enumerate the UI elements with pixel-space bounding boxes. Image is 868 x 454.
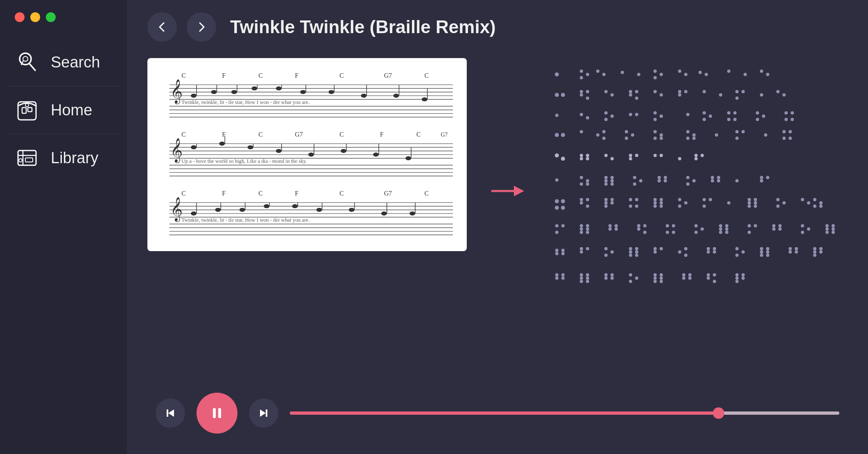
- svg-point-226: [586, 157, 589, 160]
- svg-point-393: [789, 247, 792, 250]
- svg-point-354: [825, 227, 829, 231]
- svg-point-172: [610, 115, 614, 118]
- svg-text:G7: G7: [295, 131, 303, 138]
- sidebar-item-library[interactable]: Library: [8, 134, 119, 182]
- next-button[interactable]: [249, 398, 278, 428]
- svg-point-156: [660, 93, 663, 97]
- svg-point-274: [586, 205, 589, 208]
- svg-point-125: [580, 70, 583, 73]
- svg-point-375: [660, 247, 663, 250]
- svg-point-315: [580, 224, 583, 227]
- svg-point-213: [735, 130, 739, 133]
- minimize-button[interactable]: [30, 12, 40, 22]
- svg-point-166: [776, 90, 780, 93]
- svg-point-77: [373, 153, 379, 157]
- svg-rect-443: [266, 409, 267, 417]
- svg-point-301: [748, 205, 751, 208]
- svg-point-353: [832, 224, 835, 227]
- svg-point-305: [776, 205, 780, 208]
- prev-button[interactable]: [156, 398, 185, 428]
- svg-point-282: [629, 205, 632, 208]
- progress-bar[interactable]: [290, 411, 839, 415]
- svg-point-273: [580, 201, 583, 205]
- svg-point-289: [660, 205, 663, 208]
- svg-point-383: [713, 250, 716, 254]
- svg-point-136: [684, 73, 687, 76]
- svg-point-204: [653, 130, 657, 133]
- svg-point-362: [580, 247, 583, 250]
- close-button[interactable]: [15, 12, 25, 22]
- svg-point-341: [725, 231, 728, 234]
- svg-point-434: [741, 273, 745, 276]
- svg-text:C: C: [416, 131, 421, 138]
- svg-text:F: F: [222, 190, 226, 197]
- svg-point-394: [795, 247, 798, 250]
- svg-point-127: [580, 76, 583, 79]
- svg-point-238: [555, 178, 558, 182]
- svg-point-321: [608, 224, 612, 227]
- svg-point-107: [292, 204, 298, 208]
- svg-text:C: C: [181, 131, 186, 138]
- svg-text:C: C: [425, 190, 429, 197]
- sidebar-item-search[interactable]: Search: [8, 38, 119, 86]
- svg-point-288: [653, 205, 657, 208]
- svg-point-137: [698, 71, 702, 74]
- svg-point-313: [561, 224, 565, 227]
- svg-point-400: [819, 250, 823, 254]
- svg-point-174: [629, 113, 632, 116]
- svg-point-413: [610, 273, 614, 276]
- svg-point-240: [586, 179, 589, 182]
- svg-point-248: [610, 182, 614, 186]
- svg-point-387: [760, 247, 763, 250]
- svg-point-262: [717, 179, 720, 182]
- svg-point-158: [684, 90, 687, 93]
- staff-svg-3: C F C F C G7 C 𝄞: [157, 188, 457, 237]
- svg-point-249: [633, 176, 636, 179]
- svg-point-209: [692, 133, 696, 137]
- svg-point-2: [23, 56, 28, 61]
- svg-point-216: [764, 133, 767, 137]
- back-button[interactable]: [147, 12, 177, 42]
- pause-button[interactable]: [197, 393, 237, 434]
- svg-point-124: [555, 72, 559, 76]
- svg-point-275: [604, 198, 608, 201]
- svg-point-202: [631, 133, 634, 137]
- svg-point-126: [586, 73, 589, 76]
- maximize-button[interactable]: [46, 12, 56, 22]
- svg-point-310: [813, 205, 816, 208]
- svg-point-236: [701, 154, 704, 157]
- svg-point-175: [635, 113, 638, 116]
- svg-point-208: [686, 130, 689, 133]
- staff-svg-1: C F C F C G7 C 𝄞: [157, 70, 457, 119]
- svg-point-385: [741, 250, 745, 254]
- svg-point-171: [604, 111, 608, 115]
- svg-point-65: [191, 145, 197, 149]
- svg-point-168: [555, 114, 558, 117]
- svg-point-197: [580, 130, 583, 133]
- svg-point-330: [672, 224, 675, 227]
- svg-point-374: [653, 247, 657, 250]
- svg-point-339: [725, 227, 728, 231]
- staff-section-1: C F C F C G7 C 𝄞: [157, 70, 457, 121]
- svg-point-144: [561, 93, 565, 97]
- svg-point-410: [580, 280, 583, 283]
- svg-point-427: [682, 276, 685, 280]
- svg-point-147: [580, 93, 583, 97]
- svg-point-376: [653, 250, 657, 254]
- svg-point-401: [813, 254, 816, 257]
- svg-point-269: [555, 206, 559, 210]
- svg-point-189: [762, 115, 765, 118]
- svg-point-237: [694, 157, 698, 160]
- svg-point-271: [580, 198, 583, 201]
- search-icon: [15, 50, 39, 74]
- sheet-music-panel: C F C F C G7 C 𝄞: [147, 58, 467, 251]
- svg-point-229: [629, 154, 632, 157]
- forward-button[interactable]: [187, 12, 216, 42]
- svg-point-206: [653, 137, 657, 140]
- svg-point-165: [760, 93, 763, 97]
- staff-svg-2: C F C G7 C F C G7 𝄞: [157, 129, 457, 178]
- svg-point-417: [635, 276, 638, 280]
- sidebar-item-home[interactable]: Home: [8, 86, 119, 134]
- svg-point-311: [819, 205, 823, 208]
- svg-point-196: [561, 133, 565, 137]
